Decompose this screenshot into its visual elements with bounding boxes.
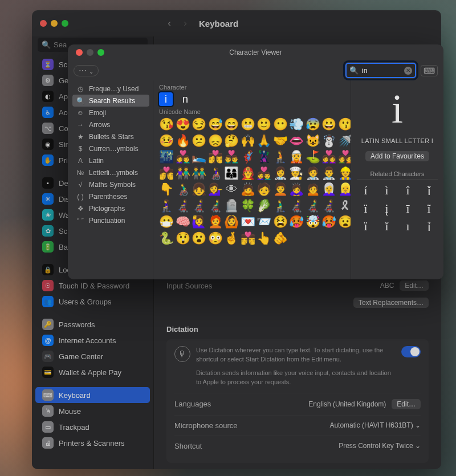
emoji-cell[interactable]: 👨‍🦼 xyxy=(208,198,223,213)
emoji-cell[interactable]: 👨‍🦽 xyxy=(176,182,190,197)
emoji-cell[interactable]: 🥵 xyxy=(289,214,304,229)
emoji-cell[interactable]: 😬 xyxy=(241,117,255,132)
emoji-cell[interactable]: 💁‍♀️ xyxy=(208,182,223,197)
emoji-cell[interactable]: 😧 xyxy=(338,214,351,229)
emoji-cell[interactable]: 🧎‍♀️ xyxy=(159,198,174,213)
category-menu-button[interactable]: ⋯ ⌄ xyxy=(74,65,99,76)
text-replacements-button[interactable]: Text Replacements… xyxy=(353,298,429,308)
emoji-cell[interactable]: 😘 xyxy=(159,117,174,132)
charviewer-search-input[interactable] xyxy=(361,66,404,75)
related-char[interactable]: į xyxy=(378,202,396,215)
sidebar-item-printers-scanners[interactable]: 🖨Printers & Scanners xyxy=(35,435,150,451)
category-item[interactable]: ★Bullets & Stars xyxy=(72,131,149,143)
related-char[interactable]: í xyxy=(357,184,374,198)
emoji-cell[interactable]: ☃️ xyxy=(321,133,336,148)
sidebar-item-trackpad[interactable]: ▭Trackpad xyxy=(35,419,150,435)
emoji-cell[interactable]: 🤯 xyxy=(306,214,320,229)
related-char[interactable]: ǐ xyxy=(420,184,438,198)
minimize-icon[interactable] xyxy=(51,20,58,27)
character-cell[interactable]: n xyxy=(178,92,192,106)
emoji-cell[interactable]: 🧑 xyxy=(256,182,271,197)
related-char[interactable]: ĭ xyxy=(378,220,396,234)
emoji-cell[interactable]: 👩‍❤️‍👩 xyxy=(321,149,336,164)
emoji-cell[interactable]: 👩‍🦼 xyxy=(289,198,304,213)
emoji-cell[interactable]: 👱‍♀️ xyxy=(338,182,351,197)
emoji-cell[interactable]: 💌 xyxy=(241,214,255,229)
related-char[interactable]: ì xyxy=(378,184,396,198)
emoji-cell[interactable]: 👇 xyxy=(159,182,174,197)
emoji-cell[interactable]: 😍 xyxy=(176,117,190,132)
emoji-cell[interactable]: 😮 xyxy=(192,231,206,246)
category-item[interactable]: ❖Pictographs xyxy=(72,202,149,214)
keyboard-viewer-icon[interactable]: ⌨︎ xyxy=(421,65,438,76)
related-char[interactable]: ī xyxy=(399,202,417,215)
emoji-cell[interactable]: 👷 xyxy=(338,166,351,181)
sidebar-item-wallet-apple-pay[interactable]: 💳Wallet & Apple Pay xyxy=(35,364,150,380)
sidebar-item-internet-accounts[interactable]: @Internet Accounts xyxy=(35,332,150,348)
close-icon[interactable] xyxy=(40,20,47,27)
emoji-cell[interactable]: 👨‍👩‍👦 xyxy=(224,166,239,181)
emoji-cell[interactable]: 👩‍🦼 xyxy=(321,198,336,213)
emoji-cell[interactable]: 🧑‍🦰 xyxy=(208,214,223,229)
emoji-cell[interactable]: ⛳ xyxy=(306,149,320,164)
related-char[interactable]: ï xyxy=(357,202,374,215)
emoji-cell[interactable]: 🧎‍♂️ xyxy=(273,198,288,213)
emoji-cell[interactable]: 👩‍🦽 xyxy=(208,166,223,181)
emoji-cell[interactable]: 🦹 xyxy=(256,149,271,164)
back-button[interactable]: ‹ xyxy=(161,18,177,29)
emoji-cell[interactable]: 🥵 xyxy=(321,214,336,229)
sidebar-item-game-center[interactable]: 🎮Game Center xyxy=(35,348,150,364)
emoji-cell[interactable]: 🧠 xyxy=(176,214,190,229)
category-item[interactable]: $Curren…ymbols xyxy=(72,143,149,154)
category-item[interactable]: →Arrows xyxy=(72,119,149,131)
emoji-cell[interactable]: 🧑‍🚒 xyxy=(241,166,255,181)
emoji-cell[interactable]: 🙌 xyxy=(241,133,255,148)
emoji-cell[interactable]: 🪦 xyxy=(224,198,239,213)
emoji-cell[interactable]: 💑 xyxy=(338,149,351,164)
add-to-favourites-button[interactable]: Add to Favourites xyxy=(365,151,429,161)
emoji-cell[interactable]: 🔥 xyxy=(176,133,190,148)
emoji-cell[interactable]: 😄 xyxy=(224,117,239,132)
emoji-cell[interactable]: 👩‍❤️‍👨 xyxy=(176,149,190,164)
emoji-cell[interactable]: 👁 xyxy=(224,182,239,197)
category-item[interactable]: ◷Freque…y Used xyxy=(72,83,149,95)
emoji-cell[interactable]: 😗 xyxy=(338,117,351,132)
emoji-cell[interactable]: 👩‍❤️‍💋‍👨 xyxy=(208,149,223,164)
charviewer-search[interactable]: 🔍 ✕ xyxy=(345,63,416,78)
sidebar-item-users-groups[interactable]: 👥Users & Groups xyxy=(35,294,150,310)
category-item[interactable]: ( )Parentheses xyxy=(72,190,149,202)
sidebar-item-touch-id-password[interactable]: ☉Touch ID & Password xyxy=(35,278,150,294)
emoji-cell[interactable]: 💏 xyxy=(159,166,174,181)
emoji-cell[interactable]: 🌃 xyxy=(159,149,174,164)
emoji-cell[interactable]: 🍀 xyxy=(241,198,255,213)
emoji-cell[interactable]: 🎗 xyxy=(338,198,351,213)
emoji-cell[interactable]: 🙇‍♀️ xyxy=(289,182,304,197)
emoji-cell[interactable]: 🚿 xyxy=(338,133,351,148)
emoji-cell[interactable]: 😺 xyxy=(306,133,320,148)
sidebar-item-keyboard[interactable]: ⌨︎Keyboard xyxy=(35,387,150,403)
emoji-cell[interactable]: 🦸 xyxy=(241,149,255,164)
languages-edit-button[interactable]: Edit… xyxy=(392,399,421,409)
emoji-cell[interactable]: 🙂 xyxy=(256,117,271,132)
emoji-cell[interactable]: 👨‍⚕️ xyxy=(321,166,336,181)
emoji-cell[interactable]: 👨‍❤️‍💋‍👨 xyxy=(241,231,255,246)
emoji-cell[interactable]: 🧎 xyxy=(273,149,288,164)
input-sources-edit-button[interactable]: Edit… xyxy=(400,280,429,291)
emoji-cell[interactable]: 😀 xyxy=(321,117,336,132)
emoji-cell[interactable]: 👬 xyxy=(192,166,206,181)
emoji-cell[interactable]: 👨‍🦼 xyxy=(306,198,320,213)
emoji-cell[interactable]: 😞 xyxy=(208,133,223,148)
emoji-cell[interactable]: 📨 xyxy=(256,214,271,229)
category-item[interactable]: 🔍Search Results xyxy=(72,95,149,107)
related-char[interactable]: î xyxy=(399,184,417,198)
related-char[interactable]: ỉ xyxy=(420,220,438,234)
emoji-cell[interactable]: 👩‍🦼 xyxy=(192,198,206,213)
emoji-cell[interactable]: 🫵 xyxy=(273,231,288,246)
emoji-cell[interactable]: 😶 xyxy=(273,117,288,132)
emoji-cell[interactable]: 👩‍⚕️ xyxy=(273,166,288,181)
emoji-cell[interactable]: 😷 xyxy=(159,214,174,229)
emoji-cell[interactable]: 🧝 xyxy=(289,149,304,164)
related-char[interactable]: ĩ xyxy=(420,202,438,215)
emoji-cell[interactable]: 😲 xyxy=(176,231,190,246)
emoji-cell[interactable]: 😫 xyxy=(273,214,288,229)
